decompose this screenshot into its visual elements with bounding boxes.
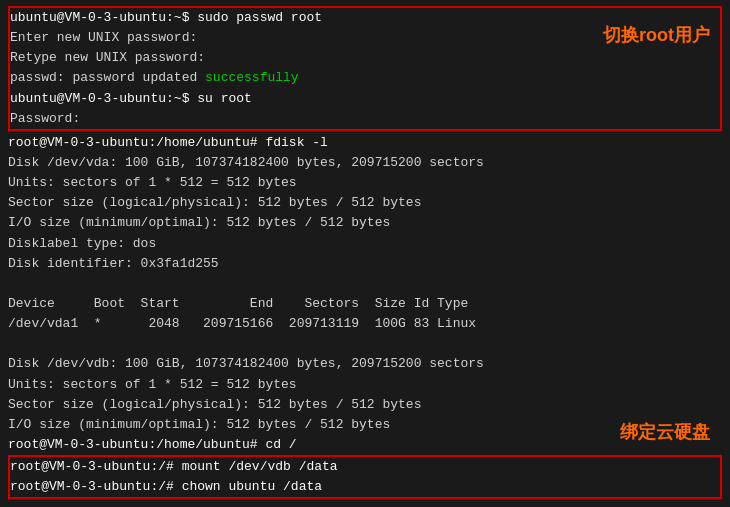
annotation-bind-disk: 绑定云硬盘 (620, 419, 710, 447)
line-empty-2 (8, 334, 722, 354)
terminal-window: 切换root用户 ubuntu@VM-0-3-ubuntu:~$ sudo pa… (0, 0, 730, 507)
line-disk-vdb-2: Units: sectors of 1 * 512 = 512 bytes (8, 375, 722, 395)
line-disk-vda-1: Disk /dev/vda: 100 GiB, 107374182400 byt… (8, 153, 722, 173)
line-cd-cmd: root@VM-0-3-ubuntu:/home/ubuntu# cd / (8, 435, 722, 455)
line-disk-vda-3: Sector size (logical/physical): 512 byte… (8, 193, 722, 213)
line-password-prompt: Password: (10, 109, 720, 129)
line-fdisk-cmd: root@VM-0-3-ubuntu:/home/ubuntu# fdisk -… (8, 133, 722, 153)
line-table-vda1: /dev/vda1 * 2048 209715166 209713119 100… (8, 314, 722, 334)
line-su-root: ubuntu@VM-0-3-ubuntu:~$ su root (10, 89, 720, 109)
line-disk-vdb-1: Disk /dev/vdb: 100 GiB, 107374182400 byt… (8, 354, 722, 374)
line-chown-cmd: root@VM-0-3-ubuntu:/# chown ubuntu /data (10, 477, 720, 497)
block-bind-disk: root@VM-0-3-ubuntu:/# mount /dev/vdb /da… (8, 455, 722, 499)
line-disk-vda-5: Disklabel type: dos (8, 234, 722, 254)
line-disk-vda-2: Units: sectors of 1 * 512 = 512 bytes (8, 173, 722, 193)
line-disk-vdb-4: I/O size (minimum/optimal): 512 bytes / … (8, 415, 722, 435)
line-table-header: Device Boot Start End Sectors Size Id Ty… (8, 294, 722, 314)
annotation-switch-root: 切换root用户 (603, 22, 710, 50)
line-retype-pw: Retype new UNIX password: (10, 48, 720, 68)
line-passwd-updated: passwd: password updated successfully (10, 68, 720, 88)
line-disk-vdb-3: Sector size (logical/physical): 512 byte… (8, 395, 722, 415)
text-successfully: successfully (205, 70, 299, 85)
line-disk-vda-4: I/O size (minimum/optimal): 512 bytes / … (8, 213, 722, 233)
line-empty-1 (8, 274, 722, 294)
line-disk-vda-6: Disk identifier: 0x3fa1d255 (8, 254, 722, 274)
line-mount-cmd: root@VM-0-3-ubuntu:/# mount /dev/vdb /da… (10, 457, 720, 477)
